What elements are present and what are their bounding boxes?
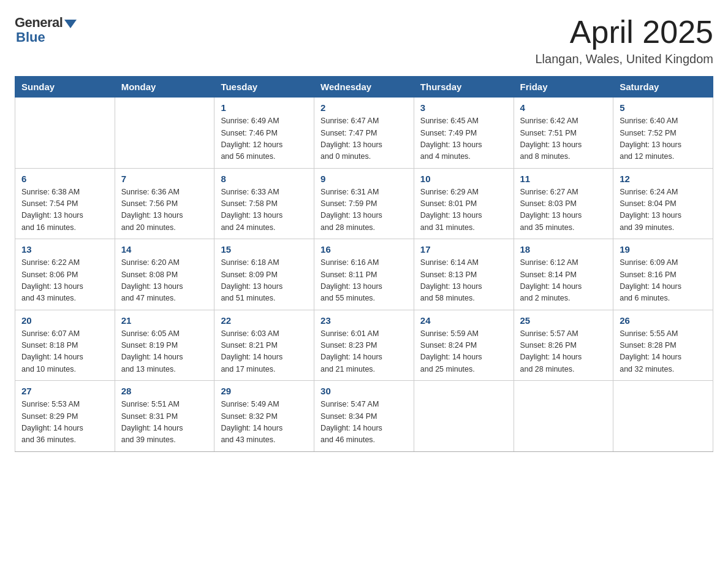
- day-info: Sunrise: 6:27 AM Sunset: 8:03 PM Dayligh…: [520, 186, 607, 234]
- day-info: Sunrise: 6:47 AM Sunset: 7:47 PM Dayligh…: [320, 115, 408, 163]
- calendar-week-row: 27Sunrise: 5:53 AM Sunset: 8:29 PM Dayli…: [15, 381, 713, 452]
- day-number: 30: [320, 386, 408, 396]
- logo-general-text: General: [15, 15, 63, 31]
- col-header-sunday: Sunday: [15, 77, 115, 98]
- day-number: 24: [420, 315, 507, 326]
- day-number: 18: [520, 244, 607, 255]
- day-info: Sunrise: 6:12 AM Sunset: 8:14 PM Dayligh…: [520, 257, 607, 305]
- day-info: Sunrise: 6:07 AM Sunset: 8:18 PM Dayligh…: [21, 328, 108, 376]
- col-header-thursday: Thursday: [414, 77, 514, 98]
- calendar-cell: 8Sunrise: 6:33 AM Sunset: 7:58 PM Daylig…: [214, 168, 314, 239]
- day-number: 19: [620, 244, 707, 255]
- day-number: 11: [520, 174, 607, 184]
- calendar-cell: 10Sunrise: 6:29 AM Sunset: 8:01 PM Dayli…: [414, 168, 514, 239]
- col-header-saturday: Saturday: [613, 77, 713, 98]
- day-info: Sunrise: 5:53 AM Sunset: 8:29 PM Dayligh…: [21, 399, 108, 446]
- day-info: Sunrise: 6:29 AM Sunset: 8:01 PM Dayligh…: [420, 186, 507, 234]
- day-number: 2: [320, 102, 408, 113]
- day-number: 21: [121, 315, 208, 326]
- day-number: 28: [121, 386, 208, 396]
- calendar-cell: 28Sunrise: 5:51 AM Sunset: 8:31 PM Dayli…: [115, 381, 214, 452]
- day-number: 7: [121, 174, 208, 184]
- page-header: General Blue April 2025 Llangan, Wales, …: [15, 15, 713, 66]
- title-block: April 2025 Llangan, Wales, United Kingdo…: [535, 15, 713, 66]
- day-number: 22: [221, 315, 308, 326]
- day-info: Sunrise: 5:55 AM Sunset: 8:28 PM Dayligh…: [620, 328, 707, 376]
- calendar-cell: 19Sunrise: 6:09 AM Sunset: 8:16 PM Dayli…: [613, 239, 713, 310]
- calendar-cell: 21Sunrise: 6:05 AM Sunset: 8:19 PM Dayli…: [115, 310, 214, 381]
- calendar-table: SundayMondayTuesdayWednesdayThursdayFrid…: [15, 76, 713, 452]
- calendar-cell: 7Sunrise: 6:36 AM Sunset: 7:56 PM Daylig…: [115, 168, 214, 239]
- calendar-header-row: SundayMondayTuesdayWednesdayThursdayFrid…: [15, 77, 713, 98]
- day-info: Sunrise: 6:45 AM Sunset: 7:49 PM Dayligh…: [420, 115, 507, 163]
- calendar-cell: 16Sunrise: 6:16 AM Sunset: 8:11 PM Dayli…: [314, 239, 414, 310]
- calendar-cell: 2Sunrise: 6:47 AM Sunset: 7:47 PM Daylig…: [314, 98, 414, 169]
- day-info: Sunrise: 5:59 AM Sunset: 8:24 PM Dayligh…: [420, 328, 507, 376]
- day-number: 14: [121, 244, 208, 255]
- calendar-cell: 5Sunrise: 6:40 AM Sunset: 7:52 PM Daylig…: [613, 98, 713, 169]
- day-info: Sunrise: 6:05 AM Sunset: 8:19 PM Dayligh…: [121, 328, 208, 376]
- col-header-wednesday: Wednesday: [314, 77, 414, 98]
- calendar-week-row: 6Sunrise: 6:38 AM Sunset: 7:54 PM Daylig…: [15, 168, 713, 239]
- day-info: Sunrise: 6:20 AM Sunset: 8:08 PM Dayligh…: [121, 257, 208, 305]
- day-number: 6: [21, 174, 108, 184]
- day-number: 10: [420, 174, 507, 184]
- day-info: Sunrise: 6:18 AM Sunset: 8:09 PM Dayligh…: [221, 257, 308, 305]
- day-info: Sunrise: 5:51 AM Sunset: 8:31 PM Dayligh…: [121, 399, 208, 446]
- calendar-cell: 11Sunrise: 6:27 AM Sunset: 8:03 PM Dayli…: [514, 168, 613, 239]
- calendar-cell: [15, 98, 115, 169]
- calendar-cell: 25Sunrise: 5:57 AM Sunset: 8:26 PM Dayli…: [514, 310, 613, 381]
- col-header-friday: Friday: [514, 77, 613, 98]
- day-info: Sunrise: 5:47 AM Sunset: 8:34 PM Dayligh…: [320, 399, 408, 446]
- day-number: 25: [520, 315, 607, 326]
- calendar-cell: 4Sunrise: 6:42 AM Sunset: 7:51 PM Daylig…: [514, 98, 613, 169]
- calendar-cell: 18Sunrise: 6:12 AM Sunset: 8:14 PM Dayli…: [514, 239, 613, 310]
- logo: General Blue: [15, 15, 77, 45]
- col-header-tuesday: Tuesday: [214, 77, 314, 98]
- day-info: Sunrise: 6:36 AM Sunset: 7:56 PM Dayligh…: [121, 186, 208, 234]
- day-number: 1: [221, 102, 308, 113]
- calendar-cell: 26Sunrise: 5:55 AM Sunset: 8:28 PM Dayli…: [613, 310, 713, 381]
- day-number: 17: [420, 244, 507, 255]
- day-number: 23: [320, 315, 408, 326]
- calendar-week-row: 1Sunrise: 6:49 AM Sunset: 7:46 PM Daylig…: [15, 98, 713, 169]
- day-info: Sunrise: 6:40 AM Sunset: 7:52 PM Dayligh…: [620, 115, 707, 163]
- day-number: 8: [221, 174, 308, 184]
- day-info: Sunrise: 6:31 AM Sunset: 7:59 PM Dayligh…: [320, 186, 408, 234]
- calendar-cell: [613, 381, 713, 452]
- day-info: Sunrise: 6:38 AM Sunset: 7:54 PM Dayligh…: [21, 186, 108, 234]
- calendar-cell: 12Sunrise: 6:24 AM Sunset: 8:04 PM Dayli…: [613, 168, 713, 239]
- calendar-cell: 9Sunrise: 6:31 AM Sunset: 7:59 PM Daylig…: [314, 168, 414, 239]
- day-number: 29: [221, 386, 308, 396]
- calendar-week-row: 20Sunrise: 6:07 AM Sunset: 8:18 PM Dayli…: [15, 310, 713, 381]
- day-number: 16: [320, 244, 408, 255]
- calendar-cell: 29Sunrise: 5:49 AM Sunset: 8:32 PM Dayli…: [214, 381, 314, 452]
- day-number: 12: [620, 174, 707, 184]
- day-info: Sunrise: 6:16 AM Sunset: 8:11 PM Dayligh…: [320, 257, 408, 305]
- calendar-cell: 3Sunrise: 6:45 AM Sunset: 7:49 PM Daylig…: [414, 98, 514, 169]
- day-info: Sunrise: 6:49 AM Sunset: 7:46 PM Dayligh…: [221, 115, 308, 163]
- calendar-cell: [514, 381, 613, 452]
- calendar-cell: 27Sunrise: 5:53 AM Sunset: 8:29 PM Dayli…: [15, 381, 115, 452]
- day-info: Sunrise: 6:24 AM Sunset: 8:04 PM Dayligh…: [620, 186, 707, 234]
- day-number: 27: [21, 386, 108, 396]
- calendar-cell: 24Sunrise: 5:59 AM Sunset: 8:24 PM Dayli…: [414, 310, 514, 381]
- calendar-cell: 13Sunrise: 6:22 AM Sunset: 8:06 PM Dayli…: [15, 239, 115, 310]
- day-info: Sunrise: 6:01 AM Sunset: 8:23 PM Dayligh…: [320, 328, 408, 376]
- calendar-week-row: 13Sunrise: 6:22 AM Sunset: 8:06 PM Dayli…: [15, 239, 713, 310]
- day-number: 15: [221, 244, 308, 255]
- col-header-monday: Monday: [115, 77, 214, 98]
- day-info: Sunrise: 6:42 AM Sunset: 7:51 PM Dayligh…: [520, 115, 607, 163]
- calendar-cell: 20Sunrise: 6:07 AM Sunset: 8:18 PM Dayli…: [15, 310, 115, 381]
- day-info: Sunrise: 6:09 AM Sunset: 8:16 PM Dayligh…: [620, 257, 707, 305]
- day-number: 20: [21, 315, 108, 326]
- day-number: 13: [21, 244, 108, 255]
- calendar-cell: 22Sunrise: 6:03 AM Sunset: 8:21 PM Dayli…: [214, 310, 314, 381]
- day-info: Sunrise: 6:14 AM Sunset: 8:13 PM Dayligh…: [420, 257, 507, 305]
- day-number: 4: [520, 102, 607, 113]
- day-info: Sunrise: 6:03 AM Sunset: 8:21 PM Dayligh…: [221, 328, 308, 376]
- day-info: Sunrise: 6:22 AM Sunset: 8:06 PM Dayligh…: [21, 257, 108, 305]
- logo-blue-text: Blue: [16, 29, 45, 45]
- calendar-cell: 1Sunrise: 6:49 AM Sunset: 7:46 PM Daylig…: [214, 98, 314, 169]
- location-title: Llangan, Wales, United Kingdom: [535, 52, 713, 66]
